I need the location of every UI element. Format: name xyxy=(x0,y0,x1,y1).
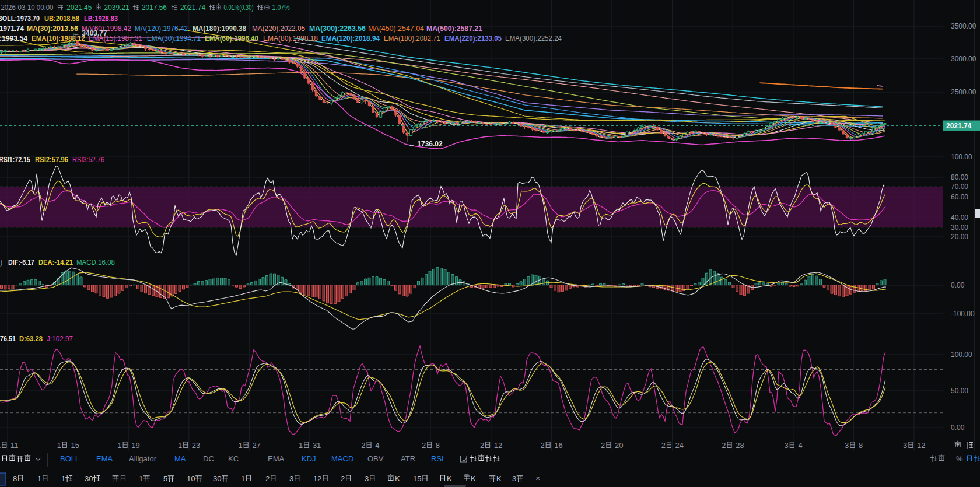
svg-text:1: 1 xyxy=(117,441,121,450)
svg-text:MA(300):2263.56: MA(300):2263.56 xyxy=(309,24,366,33)
svg-text:K: K xyxy=(395,474,400,483)
svg-text:K: K xyxy=(447,474,452,483)
svg-text:2021.74: 2021.74 xyxy=(946,122,972,130)
svg-text:2021.74: 2021.74 xyxy=(180,3,205,12)
svg-text:BOLL: BOLL xyxy=(60,454,79,463)
svg-text:20.00: 20.00 xyxy=(951,233,968,241)
svg-text:%: % xyxy=(956,454,963,463)
svg-text:EMA(120):2018.94: EMA(120):2018.94 xyxy=(321,34,380,43)
svg-text:K: K xyxy=(471,474,476,483)
svg-text:2039.21: 2039.21 xyxy=(104,3,130,12)
svg-text:23: 23 xyxy=(192,441,200,450)
svg-text:2: 2 xyxy=(422,441,426,450)
svg-text:2: 2 xyxy=(341,474,345,483)
svg-text:EMA(60):1996.40: EMA(60):1996.40 xyxy=(205,34,258,43)
svg-text:MA: MA xyxy=(174,454,186,463)
svg-text:2: 2 xyxy=(480,441,484,450)
svg-text:BOLL:1973.70: BOLL:1973.70 xyxy=(0,15,40,23)
svg-text:3: 3 xyxy=(845,441,849,450)
svg-text:8: 8 xyxy=(859,441,863,450)
svg-text:24: 24 xyxy=(676,441,684,450)
svg-text:1: 1 xyxy=(57,441,61,450)
svg-text:3: 3 xyxy=(365,474,369,483)
svg-text:2500.00: 2500.00 xyxy=(951,88,977,96)
svg-text:2: 2 xyxy=(601,441,605,450)
svg-text:DEA:-14.21: DEA:-14.21 xyxy=(38,258,73,267)
svg-text:2017.56: 2017.56 xyxy=(142,3,167,12)
svg-text:MACD:16.08: MACD:16.08 xyxy=(76,258,115,267)
svg-text:1: 1 xyxy=(61,474,65,483)
svg-text:30.00: 30.00 xyxy=(951,223,968,232)
svg-text:MA(220):2022.05: MA(220):2022.05 xyxy=(252,24,305,33)
svg-text:2: 2 xyxy=(541,441,545,450)
svg-text:MACD: MACD xyxy=(331,454,354,463)
svg-text:0.00: 0.00 xyxy=(951,423,965,432)
svg-text:3: 3 xyxy=(785,441,789,450)
svg-text:UB:2018.58: UB:2018.58 xyxy=(44,15,79,23)
svg-text:15: 15 xyxy=(71,441,79,450)
svg-text:100.00: 100.00 xyxy=(951,153,972,161)
svg-text:← 3403.77: ← 3403.77 xyxy=(73,29,107,37)
svg-text:4: 4 xyxy=(375,441,379,450)
svg-text:← 1736.02: ← 1736.02 xyxy=(408,140,443,148)
svg-text:3: 3 xyxy=(512,474,516,483)
svg-text:OBV: OBV xyxy=(368,454,384,463)
svg-text:MA(450):2547.04: MA(450):2547.04 xyxy=(368,24,424,33)
svg-text:0.01%(0.30): 0.01%(0.30) xyxy=(224,3,254,12)
svg-text:DIF:-6.17: DIF:-6.17 xyxy=(8,258,34,267)
svg-text:MA(30):2013.56: MA(30):2013.56 xyxy=(27,24,78,33)
svg-text:EMA(180):2082.71: EMA(180):2082.71 xyxy=(384,34,440,43)
svg-text:30: 30 xyxy=(213,474,221,483)
svg-text:2: 2 xyxy=(662,441,666,450)
svg-text:12: 12 xyxy=(313,474,321,483)
svg-text:KC: KC xyxy=(228,454,239,463)
svg-text:EMA(300):2252.24: EMA(300):2252.24 xyxy=(505,34,562,43)
svg-text:K: K xyxy=(496,474,502,483)
svg-text:60.00: 60.00 xyxy=(951,193,968,201)
svg-text:2021.45: 2021.45 xyxy=(66,3,92,12)
svg-text:LB:1928.83: LB:1928.83 xyxy=(84,15,118,23)
svg-text:15: 15 xyxy=(413,474,421,483)
svg-text:EMA(220):2133.05: EMA(220):2133.05 xyxy=(444,34,502,43)
svg-text:8: 8 xyxy=(436,441,440,450)
svg-text:80.00: 80.00 xyxy=(951,173,968,181)
svg-text:): ) xyxy=(0,258,2,267)
svg-text:70.00: 70.00 xyxy=(951,183,968,191)
svg-text:1: 1 xyxy=(299,441,303,450)
svg-text:40.00: 40.00 xyxy=(951,213,968,222)
svg-text:EMA(30):1994.71: EMA(30):1994.71 xyxy=(147,34,201,43)
svg-text:J:102.97: J:102.97 xyxy=(47,334,73,343)
svg-text:5: 5 xyxy=(163,474,167,483)
svg-text:2: 2 xyxy=(265,474,270,483)
svg-text:-100.00: -100.00 xyxy=(951,310,975,318)
svg-text:KDJ: KDJ xyxy=(302,454,316,463)
svg-text:3500.00: 3500.00 xyxy=(951,22,977,30)
svg-text:16: 16 xyxy=(554,441,562,450)
svg-text:1: 1 xyxy=(239,441,243,450)
svg-text:100.00: 100.00 xyxy=(951,351,972,359)
svg-text:11: 11 xyxy=(10,441,19,450)
svg-text:ATR: ATR xyxy=(401,454,415,463)
svg-text:RSI3:52.76: RSI3:52.76 xyxy=(72,155,104,164)
svg-text:MA(500):2587.21: MA(500):2587.21 xyxy=(426,24,482,33)
svg-text:MA(180):1990.38: MA(180):1990.38 xyxy=(192,24,246,33)
svg-text:1: 1 xyxy=(241,474,245,483)
svg-text:27: 27 xyxy=(252,441,260,450)
svg-text:×: × xyxy=(536,474,540,483)
svg-text:RSI1:72.15: RSI1:72.15 xyxy=(0,155,30,164)
svg-text:EMA: EMA xyxy=(268,454,285,463)
svg-text:20: 20 xyxy=(615,441,623,450)
svg-text:3: 3 xyxy=(289,474,293,483)
svg-text:50.00: 50.00 xyxy=(951,387,968,395)
svg-text:3000.00: 3000.00 xyxy=(951,55,977,63)
svg-text:EMA: EMA xyxy=(96,454,113,463)
svg-text:DC: DC xyxy=(203,454,214,463)
svg-text:2: 2 xyxy=(361,441,365,450)
svg-text:1: 1 xyxy=(0,441,1,450)
svg-text:1971.74: 1971.74 xyxy=(0,24,24,33)
svg-text:31: 31 xyxy=(313,441,321,450)
svg-text:Alligator: Alligator xyxy=(129,454,157,463)
svg-text:12: 12 xyxy=(917,441,925,450)
svg-text:12: 12 xyxy=(494,441,502,450)
svg-text:RSI: RSI xyxy=(431,454,444,463)
